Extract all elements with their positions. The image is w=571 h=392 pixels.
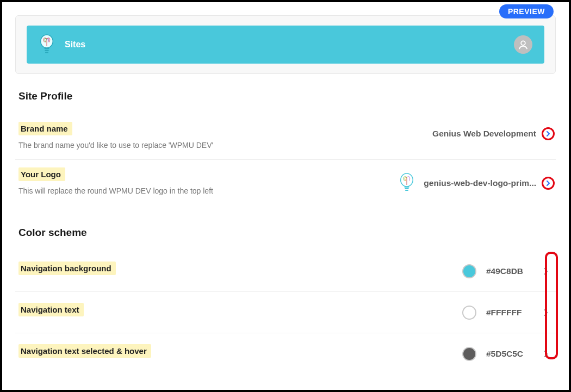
label-nav-text: Navigation text <box>18 303 84 316</box>
value-nav-text-hover: #5D5C5C <box>486 349 532 359</box>
preview-navbar-container: Sites <box>15 15 556 74</box>
brand-logo-icon <box>39 33 55 56</box>
svg-rect-7 <box>405 188 409 189</box>
label-nav-background: Navigation background <box>18 262 116 275</box>
logo-thumbnail-icon <box>399 173 415 194</box>
row-brand-name[interactable]: Brand name The brand name you'd like to … <box>15 114 556 160</box>
value-nav-text: #FFFFFF <box>486 308 532 318</box>
chevron-right-icon[interactable] <box>542 308 550 317</box>
section-title-color-scheme: Color scheme <box>18 227 556 239</box>
svg-rect-6 <box>405 186 409 188</box>
desc-brand-name: The brand name you'd like to use to repl… <box>18 141 213 150</box>
user-avatar-icon[interactable] <box>514 35 532 54</box>
value-nav-background: #49C8DB <box>486 266 532 276</box>
svg-rect-3 <box>45 52 48 53</box>
color-swatch-icon <box>462 347 476 361</box>
svg-rect-8 <box>405 190 408 191</box>
label-brand-name: Brand name <box>18 122 72 135</box>
desc-your-logo: This will replace the round WPMU DEV log… <box>18 186 213 195</box>
row-nav-text-hover[interactable]: Navigation text selected & hover #5D5C5C <box>15 333 557 374</box>
value-brand-name: Genius Web Development <box>432 129 536 139</box>
section-title-site-profile: Site Profile <box>18 90 556 102</box>
chevron-right-icon[interactable] <box>542 350 550 358</box>
chevron-right-icon[interactable] <box>542 177 555 190</box>
navbar-title: Sites <box>65 40 85 49</box>
color-swatch-icon <box>462 264 476 278</box>
chevron-right-icon[interactable] <box>542 267 550 276</box>
row-your-logo[interactable]: Your Logo This will replace the round WP… <box>15 160 556 205</box>
row-nav-background[interactable]: Navigation background #49C8DB <box>15 251 557 292</box>
svg-rect-2 <box>45 50 49 51</box>
svg-point-4 <box>521 41 525 45</box>
label-nav-text-hover: Navigation text selected & hover <box>18 344 151 358</box>
label-your-logo: Your Logo <box>18 167 65 181</box>
preview-badge: PREVIEW <box>499 4 554 18</box>
color-swatch-icon <box>462 306 476 320</box>
value-your-logo: genius-web-dev-logo-prim... <box>424 178 536 188</box>
navbar-preview: Sites <box>27 26 544 64</box>
chevron-right-icon[interactable] <box>542 127 555 140</box>
row-nav-text[interactable]: Navigation text #FFFFFF <box>15 292 557 333</box>
svg-rect-1 <box>45 48 49 49</box>
